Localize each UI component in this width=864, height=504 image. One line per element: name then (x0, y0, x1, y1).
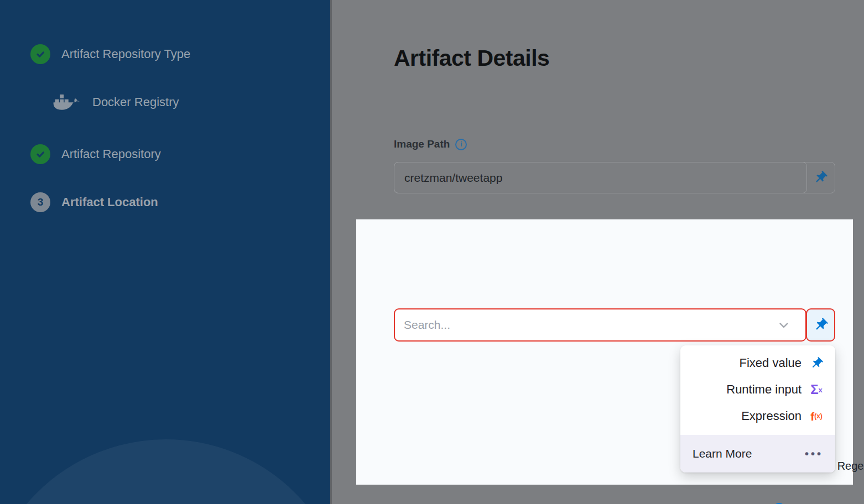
menu-item-label: Runtime input (726, 382, 801, 397)
decorative-arc (0, 439, 330, 504)
sidebar-step-artifact-repository[interactable]: Artifact Repository (30, 144, 161, 164)
menu-item-label: Expression (741, 409, 801, 423)
pin-icon[interactable] (806, 162, 835, 193)
menu-item-runtime-input[interactable]: Runtime input Σx (680, 376, 835, 403)
step-label: Docker Registry (92, 95, 179, 109)
menu-item-expression[interactable]: Expression f(x) (680, 403, 835, 429)
image-path-label: Image Path i (394, 138, 467, 150)
step-label: Artifact Repository Type (61, 47, 190, 61)
menu-footer: Learn More ••• (680, 435, 835, 473)
wizard-sidebar: Artifact Repository Type Docker Registry… (0, 0, 330, 504)
fx-icon: f(x) (809, 411, 824, 422)
tag-input-group (394, 308, 835, 342)
radio-label: Regex (837, 460, 864, 473)
sidebar-step-artifact-repository-type[interactable]: Artifact Repository Type (30, 44, 190, 64)
fx-sub: (x) (814, 413, 823, 419)
chevron-down-icon[interactable] (777, 318, 791, 332)
sigma-sup: x (819, 386, 823, 393)
step-label: Artifact Repository (61, 147, 161, 161)
step-label: Artifact Location (61, 195, 158, 209)
pin-icon-button[interactable] (806, 308, 835, 342)
menu-item-fixed-value[interactable]: Fixed value (680, 350, 835, 376)
sigma-icon: Σx (809, 383, 824, 396)
image-path-label-text: Image Path (394, 138, 450, 150)
check-circle-icon (30, 144, 50, 164)
value-type-dropdown-menu: Fixed value Runtime input Σx Expression … (680, 345, 835, 473)
page-title: Artifact Details (394, 45, 549, 71)
check-circle-icon (30, 44, 50, 64)
learn-more-link[interactable]: Learn More (693, 447, 752, 460)
menu-item-label: Fixed value (739, 356, 801, 370)
step-number-badge: 3 (30, 192, 50, 212)
tag-search-input[interactable] (394, 308, 806, 342)
sidebar-step-artifact-location[interactable]: 3 Artifact Location (30, 192, 158, 212)
info-icon[interactable]: i (455, 139, 467, 150)
fx-glyph: f (810, 411, 814, 422)
sigma-glyph: Σ (810, 383, 818, 396)
sidebar-divider (330, 0, 332, 504)
image-path-input-group (394, 162, 835, 193)
sidebar-substep-docker-registry[interactable]: Docker Registry (53, 91, 179, 114)
more-options-dots-icon[interactable]: ••• (805, 448, 823, 460)
docker-whale-icon (53, 91, 81, 114)
menu-items: Fixed value Runtime input Σx Expression … (680, 345, 835, 435)
image-path-input[interactable] (394, 162, 807, 193)
pin-icon (809, 356, 824, 370)
